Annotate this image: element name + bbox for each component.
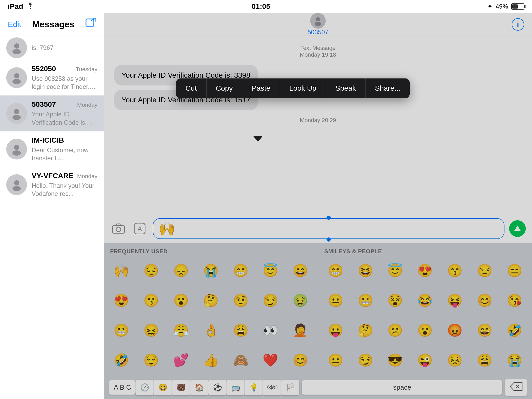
sidebar-item-im-icicib[interactable]: IM-ICICIB Dear Customer, now transfer fu… [0, 131, 104, 167]
emoji-cell[interactable]: 😭 [500, 345, 529, 375]
emoji-cell[interactable]: 🤣 [500, 316, 529, 345]
emoji-cell[interactable]: 😏 [350, 345, 380, 375]
emoji-cell[interactable]: 😍 [107, 286, 136, 316]
avatar [6, 37, 27, 58]
emoji-cell[interactable]: 😏 [256, 286, 285, 316]
sidebar-item-503507[interactable]: 503507 Monday Your Apple ID Verification… [0, 96, 104, 131]
emoji-cell[interactable]: 😊 [470, 286, 500, 316]
emoji-cell[interactable]: 😬 [350, 286, 380, 316]
conv-top: 503507 Monday [32, 100, 97, 109]
emoji-cell[interactable]: 😬 [107, 316, 136, 345]
compose-button[interactable] [85, 18, 96, 30]
context-cut[interactable]: Cut [176, 78, 207, 98]
emoji-cell[interactable]: 😊 [285, 345, 315, 375]
emoji-cell[interactable]: 😐 [321, 286, 351, 316]
emoji-cell[interactable]: 🙌 [107, 256, 136, 286]
emoji-cell[interactable]: 🤔 [196, 286, 226, 316]
camera-button[interactable] [110, 220, 127, 237]
delete-button[interactable] [505, 379, 527, 396]
chat-panel: 503507 i Text Message Monday 19:18 Your … [104, 13, 532, 399]
food-button[interactable]: 🏠 [190, 380, 208, 395]
emoji-cell[interactable]: 😮 [410, 316, 440, 345]
activities-button[interactable]: ⚽ [208, 380, 227, 395]
context-copy[interactable]: Copy [207, 78, 242, 98]
space-button[interactable]: space [302, 380, 502, 395]
conv-preview: Dear Customer, now transfer fu... [32, 146, 97, 162]
emoji-cell[interactable]: 😘 [500, 286, 529, 316]
emoji-cell[interactable]: 😵 [380, 286, 410, 316]
emoji-cell[interactable]: 😖 [136, 316, 166, 345]
animals-button[interactable]: 🐻 [172, 380, 190, 395]
emoji-cell[interactable]: 😁 [226, 256, 256, 286]
emoji-cell[interactable]: 😩 [226, 316, 256, 345]
conv-content: VY-VFCARE Monday Hello. Thank you! Your … [32, 172, 97, 198]
context-paste[interactable]: Paste [242, 78, 280, 98]
conv-name: 552050 [32, 65, 56, 73]
avatar [6, 174, 27, 195]
emoji-cell[interactable]: 😁 [321, 256, 351, 286]
emoji-cell[interactable]: 🤦 [285, 316, 315, 345]
emoji-cell[interactable]: 😛 [321, 316, 351, 345]
message-input[interactable]: 🙌 [153, 218, 504, 239]
objects-button[interactable]: 💡 [245, 380, 263, 395]
emoji-cell[interactable]: 😔 [136, 256, 166, 286]
travel-button[interactable]: 🚌 [227, 380, 245, 395]
emoji-cell[interactable]: 👍 [196, 345, 226, 375]
emoji-cell[interactable]: 😄 [285, 256, 315, 286]
emoji-cell[interactable]: 😮 [166, 286, 196, 316]
emoji-cell[interactable]: 😩 [470, 345, 500, 375]
frequently-used-grid: 🙌 😔 😞 😭 😁 😇 😄 😍 😗 😮 🤔 🤨 😏 🤢 [104, 256, 318, 376]
emoji-cell[interactable]: 😐 [321, 345, 351, 375]
emoji-cell[interactable]: ❤️ [256, 345, 285, 375]
emoji-cell[interactable]: 😗 [136, 286, 166, 316]
emoji-cell[interactable]: 😜 [410, 345, 440, 375]
context-share[interactable]: Share... [365, 78, 410, 98]
emoji-cell[interactable]: 😆 [350, 256, 380, 286]
info-button[interactable]: i [512, 18, 524, 31]
smileys-button[interactable]: 😀 [154, 380, 172, 395]
emoji-cell[interactable]: 😑 [500, 256, 529, 286]
sidebar-item-552050[interactable]: 552050 Tuesday Use 908258 as your login … [0, 60, 104, 96]
emoji-cell[interactable]: 💕 [166, 345, 196, 375]
emoji-cell[interactable]: 👀 [256, 316, 285, 345]
emoji-cell[interactable]: 🤢 [285, 286, 315, 316]
emoji-cell[interactable]: 😍 [410, 256, 440, 286]
flags-button[interactable]: 🏳️ [281, 380, 299, 395]
symbols-button[interactable]: &$% [263, 380, 281, 395]
emoji-cell[interactable]: 😒 [470, 256, 500, 286]
emoji-cell[interactable]: 😣 [440, 345, 470, 375]
emoji-cell[interactable]: 😕 [380, 316, 410, 345]
emoji-cell[interactable]: 🤨 [226, 286, 256, 316]
emoji-cell[interactable]: 😌 [136, 345, 166, 375]
contact-name[interactable]: 503507 [308, 29, 328, 36]
emoji-cell[interactable]: 🙈 [226, 345, 256, 375]
emoji-cell[interactable]: 👌 [196, 316, 226, 345]
emoji-cell[interactable]: 😡 [440, 316, 470, 345]
emoji-cell[interactable]: 😎 [380, 345, 410, 375]
edit-button[interactable]: Edit [8, 20, 21, 29]
app-store-button[interactable]: A [131, 220, 148, 237]
conversation-item-partial[interactable]: is: 7967 [0, 36, 104, 60]
emoji-cell[interactable]: 😙 [440, 256, 470, 286]
emoji-cell[interactable]: 😭 [196, 256, 226, 286]
emoji-cell[interactable]: 🤔 [350, 316, 380, 345]
emoji-cell[interactable]: 😄 [470, 316, 500, 345]
svg-point-9 [12, 150, 21, 156]
sidebar-item-vy-vfcare[interactable]: VY-VFCARE Monday Hello. Thank you! Your … [0, 167, 104, 203]
emoji-cell[interactable]: 😇 [380, 256, 410, 286]
emoji-cell[interactable]: 😇 [256, 256, 285, 286]
emoji-cell[interactable]: 😤 [166, 316, 196, 345]
emoji-cell[interactable]: 😞 [166, 256, 196, 286]
svg-point-8 [14, 145, 19, 150]
svg-point-3 [12, 49, 21, 54]
emoji-cell[interactable]: 😝 [440, 286, 470, 316]
abc-button[interactable]: A B C [109, 380, 136, 395]
context-speak[interactable]: Speak [326, 78, 365, 98]
emoji-cell[interactable]: 🤣 [107, 345, 136, 375]
context-look-up[interactable]: Look Up [280, 78, 326, 98]
main-container: Edit Messages is: 7967 [0, 13, 532, 399]
svg-point-12 [316, 17, 320, 21]
recent-emoji-button[interactable]: 🕐 [136, 380, 154, 395]
emoji-cell[interactable]: 😂 [410, 286, 440, 316]
send-button[interactable] [509, 220, 526, 237]
